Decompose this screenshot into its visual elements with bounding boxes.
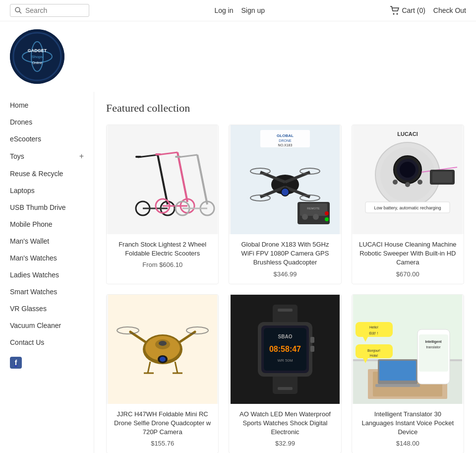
featured-title: Featured collection xyxy=(106,102,464,115)
sidebar-item-contact[interactable]: Contact Us xyxy=(0,334,94,351)
product-info-vacuum: LUCACI House Cleaning Machine Robotic Sw… xyxy=(352,234,464,284)
svg-point-48 xyxy=(302,214,308,220)
sidebar-label-smart-watches: Smart Watches xyxy=(10,288,57,296)
svg-point-58 xyxy=(400,162,416,178)
product-card-translator[interactable]: Intelligent translator Hello! 你好！ Bonjou… xyxy=(352,294,464,453)
svg-text:Bonjour!: Bonjour! xyxy=(367,349,380,353)
search-input[interactable] xyxy=(25,6,85,14)
product-card-watch[interactable]: SBAO 08:58:47 WR 50M AO Watch LED xyxy=(229,294,341,453)
svg-point-60 xyxy=(393,180,398,185)
cart-icon xyxy=(390,6,400,15)
product-info-minidrone: JJRC H47WH Foldable Mini RC Drone Selfie… xyxy=(107,404,218,453)
sidebar-item-vacuum[interactable]: Vacuum Cleaner xyxy=(0,317,94,334)
product-image-watch: SBAO 08:58:47 WR 50M xyxy=(229,295,341,404)
sidebar-label-laptops: Laptops xyxy=(10,187,35,194)
site-logo[interactable]: GADGET Shops Online xyxy=(10,29,64,84)
svg-text:LUCACI: LUCACI xyxy=(398,131,418,137)
product-name-vacuum: LUCACI House Cleaning Machine Robotic Sw… xyxy=(358,240,458,267)
sidebar-item-wallet[interactable]: Man's Wallet xyxy=(0,233,94,250)
svg-point-75 xyxy=(160,357,166,362)
svg-rect-101 xyxy=(379,361,416,381)
svg-point-62 xyxy=(417,180,422,185)
product-card-minidrone[interactable]: JJRC H47WH Foldable Mini RC Drone Selfie… xyxy=(106,294,219,453)
product-image-vacuum: LUCACI xyxy=(352,125,464,234)
facebook-link[interactable]: f xyxy=(10,357,84,369)
cart-button[interactable]: Cart (0) xyxy=(390,6,425,15)
cart-label: Cart (0) xyxy=(402,6,425,14)
svg-text:REMOTE: REMOTE xyxy=(307,207,320,210)
svg-rect-93 xyxy=(278,309,293,312)
sidebar-item-home[interactable]: Home xyxy=(0,97,94,114)
sidebar-item-toys[interactable]: Toys + xyxy=(0,147,94,165)
logo-area: GADGET Shops Online xyxy=(0,21,476,92)
svg-rect-20 xyxy=(155,153,161,155)
sidebar-item-smart-watches[interactable]: Smart Watches xyxy=(0,283,94,300)
svg-rect-83 xyxy=(273,305,298,324)
product-image-translator: Intelligent translator Hello! 你好！ Bonjou… xyxy=(352,295,464,404)
sidebar-item-drones[interactable]: Drones xyxy=(0,114,94,130)
translator-svg: Intelligent translator Hello! 你好！ Bonjou… xyxy=(353,295,462,404)
product-card-vacuum[interactable]: LUCACI xyxy=(352,125,464,284)
sidebar-item-ladies-watches[interactable]: Ladies Watches xyxy=(0,266,94,283)
svg-text:translator: translator xyxy=(426,345,441,349)
svg-text:Online: Online xyxy=(32,61,42,65)
main-layout: Home Drones eScooters Toys + Reuse & Rec… xyxy=(0,92,476,453)
sidebar-item-mans-watches[interactable]: Man's Watches xyxy=(0,250,94,266)
minidrone-svg xyxy=(108,295,217,404)
checkout-link[interactable]: Check Out xyxy=(433,6,466,14)
logo-svg: GADGET Shops Online xyxy=(10,29,64,84)
svg-point-49 xyxy=(313,214,319,220)
sidebar-item-laptops[interactable]: Laptops xyxy=(0,182,94,199)
sidebar-label-vacuum: Vacuum Cleaner xyxy=(10,322,61,329)
svg-point-50 xyxy=(325,211,329,215)
product-card-drone[interactable]: GLOBAL DRONE NO.X183 xyxy=(229,125,341,284)
svg-text:你好！: 你好！ xyxy=(368,331,379,335)
product-name-scooters: Franch Stock Lightest 2 Wheel Foldable E… xyxy=(113,240,212,258)
header-left xyxy=(10,4,89,17)
sidebar-item-vr[interactable]: VR Glasses xyxy=(0,300,94,317)
product-image-drone: GLOBAL DRONE NO.X183 xyxy=(229,125,341,234)
svg-point-51 xyxy=(325,217,329,221)
sidebar-item-escooters[interactable]: eScooters xyxy=(0,130,94,147)
sidebar-label-drones: Drones xyxy=(10,118,32,126)
svg-rect-92 xyxy=(310,346,314,352)
svg-text:NO.X183: NO.X183 xyxy=(278,143,293,147)
svg-point-0 xyxy=(15,7,20,12)
product-price-drone: $346.99 xyxy=(235,270,335,278)
sidebar-label-mobile: Mobile Phone xyxy=(10,220,53,228)
sidebar-label-contact: Contact Us xyxy=(10,338,44,346)
svg-rect-84 xyxy=(273,374,298,394)
header-right: Cart (0) Check Out xyxy=(390,6,466,15)
sidebar: Home Drones eScooters Toys + Reuse & Rec… xyxy=(0,92,94,453)
signup-link[interactable]: Sign up xyxy=(241,6,265,14)
sidebar-item-reuse[interactable]: Reuse & Recycle xyxy=(0,165,94,182)
product-name-translator: Intelligent Translator 30 Languages Inst… xyxy=(358,410,458,437)
svg-point-2 xyxy=(393,13,395,15)
product-name-drone: Global Drone X183 With 5GHz WiFi FPV 108… xyxy=(235,240,335,267)
svg-text:Hello!: Hello! xyxy=(369,325,378,329)
login-link[interactable]: Log in xyxy=(214,6,233,14)
sidebar-label-usb: USB Thumb Drive xyxy=(10,203,66,211)
scooter-svg xyxy=(108,125,217,234)
sidebar-label-toys: Toys xyxy=(10,152,24,160)
sidebar-item-mobile[interactable]: Mobile Phone xyxy=(0,216,94,233)
facebook-icon: f xyxy=(10,357,22,369)
toys-expand-icon: + xyxy=(79,152,84,161)
product-info-drone: Global Drone X183 With 5GHz WiFi FPV 108… xyxy=(229,234,341,284)
product-info-scooters: Franch Stock Lightest 2 Wheel Foldable E… xyxy=(107,234,218,274)
svg-text:Hola!: Hola! xyxy=(370,354,378,357)
search-form[interactable] xyxy=(10,4,89,17)
product-info-translator: Intelligent Translator 30 Languages Inst… xyxy=(352,404,464,453)
product-price-minidrone: $155.76 xyxy=(113,440,212,447)
product-image-minidrone xyxy=(107,295,218,404)
svg-text:GADGET: GADGET xyxy=(28,48,47,53)
product-card-scooters[interactable]: Franch Stock Lightest 2 Wheel Foldable E… xyxy=(106,125,219,284)
sidebar-label-mans-watches: Man's Watches xyxy=(10,254,57,262)
sidebar-item-usb[interactable]: USB Thumb Drive xyxy=(0,199,94,216)
drone-svg: GLOBAL DRONE NO.X183 xyxy=(231,125,340,234)
svg-rect-26 xyxy=(175,156,181,158)
product-price-watch: $32.99 xyxy=(235,440,335,447)
site-header: Log in Sign up Cart (0) Check Out xyxy=(0,0,476,21)
product-price-scooters: From $606.10 xyxy=(113,261,212,268)
svg-point-61 xyxy=(405,182,410,187)
